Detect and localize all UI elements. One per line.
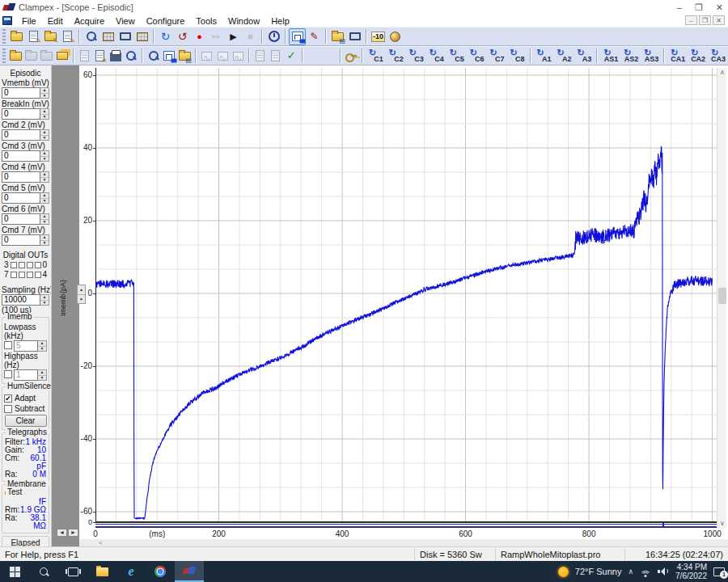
field-input[interactable]: 0 <box>2 150 40 162</box>
save-protocol-icon[interactable]: ✎ <box>42 28 59 45</box>
field-input[interactable]: 0 <box>2 108 40 120</box>
field-spinner[interactable]: ▲▼ <box>40 192 49 204</box>
menu-file[interactable]: File <box>16 15 42 27</box>
zoom-in-icon[interactable] <box>146 48 161 65</box>
channel-button-a2[interactable]: ↻A2 <box>554 48 573 64</box>
open-protocol-icon[interactable] <box>8 28 25 45</box>
channel-button-c3[interactable]: ↻C3 <box>407 48 425 64</box>
lab-book-icon[interactable] <box>116 28 133 45</box>
digital-out-checkbox[interactable] <box>35 262 41 268</box>
recent-files-icon[interactable] <box>55 48 70 65</box>
open-data-file-icon[interactable] <box>8 48 23 65</box>
membrane-test-icon[interactable] <box>289 28 306 45</box>
field-input[interactable]: 0 <box>2 192 40 204</box>
field-spinner[interactable]: ▲▼ <box>40 108 49 120</box>
toolbar-grip[interactable] <box>2 48 6 63</box>
digital-out-checkbox[interactable] <box>19 262 25 268</box>
highpass-input[interactable]: 1 <box>14 369 38 381</box>
repeat-acquisition-icon[interactable]: ↻ <box>157 28 174 45</box>
export-image-icon[interactable]: ★ <box>92 48 108 65</box>
field-spinner[interactable]: ▲▼ <box>40 129 49 141</box>
field-input[interactable]: 0 <box>2 234 40 246</box>
sampling-input[interactable]: 10000 <box>2 294 40 306</box>
overlay-sweeps-icon[interactable]: ∿ <box>199 48 214 65</box>
scroll-left-arrow-icon[interactable]: < <box>99 539 103 546</box>
child-minimize-button[interactable]: – <box>685 15 697 25</box>
sweep-plot[interactable] <box>95 68 717 522</box>
field-spinner[interactable]: ▲▼ <box>40 171 49 183</box>
start-button[interactable] <box>0 561 29 582</box>
channel-button-as3[interactable]: ↻AS3 <box>641 48 660 64</box>
digital-out-checkbox[interactable] <box>11 272 17 278</box>
record-icon[interactable]: ● <box>191 28 208 45</box>
taskbar-search-button[interactable] <box>29 561 58 582</box>
restore-button[interactable]: ❐ <box>695 2 703 13</box>
field-spinner[interactable]: ▲▼ <box>40 213 49 225</box>
vertical-scrollbar[interactable]: ∧ ∨ <box>717 68 726 529</box>
digital-out-checkbox[interactable] <box>27 262 33 268</box>
weather-text[interactable]: 72°F Sunny <box>575 567 622 576</box>
highpass-checkbox[interactable] <box>4 370 12 378</box>
cell-parameters-icon[interactable] <box>387 28 404 45</box>
lowpass-spinner[interactable]: ▲▼ <box>38 340 47 352</box>
protocol-comment-icon[interactable]: ✎ <box>59 28 76 45</box>
child-restore-button[interactable]: ❐ <box>699 15 711 25</box>
channel-button-ca1[interactable]: ↻CA1 <box>668 48 687 64</box>
channel-button-as2[interactable]: ↻AS2 <box>621 48 640 64</box>
sequencing-keys-icon[interactable] <box>133 28 150 45</box>
close-button[interactable]: ✕ <box>716 2 723 13</box>
channel-button-a3[interactable]: ↻A3 <box>574 48 593 64</box>
audio-monitor-icon[interactable] <box>346 28 363 45</box>
channel-button-c8[interactable]: ↻C8 <box>508 48 527 64</box>
highpass-spinner[interactable]: ▲▼ <box>38 369 47 381</box>
tile-horizontal-icon[interactable] <box>306 48 321 65</box>
action-center-icon[interactable]: 1 <box>713 567 725 576</box>
minimize-button[interactable]: – <box>677 2 682 12</box>
chrome-button[interactable] <box>146 561 175 582</box>
field-input[interactable]: 0 <box>2 213 40 225</box>
mdi-document-icon[interactable] <box>2 16 12 25</box>
next-channel-button[interactable]: ► <box>68 529 78 537</box>
scrollbar-thumb[interactable] <box>718 288 726 304</box>
telegraph-key-icon[interactable] <box>344 48 359 65</box>
weather-sun-icon[interactable] <box>558 567 569 577</box>
clear-button[interactable]: Clear <box>5 415 47 427</box>
lowpass-checkbox[interactable] <box>4 341 12 349</box>
menu-help[interactable]: Help <box>265 15 295 27</box>
taskbar-clock[interactable]: 4:34 PM 7/6/2022 <box>675 563 707 580</box>
channel-button-ca2[interactable]: ↻CA2 <box>688 48 707 64</box>
scroll-up-icon[interactable]: ∧ <box>717 68 727 78</box>
field-spinner[interactable]: ▲▼ <box>40 87 49 99</box>
menu-edit[interactable]: Edit <box>42 15 69 27</box>
lowpass-input[interactable]: 5 <box>14 340 38 352</box>
speaker-icon[interactable] <box>658 567 669 576</box>
menu-window[interactable]: Window <box>222 15 265 27</box>
digital-out-checkbox[interactable] <box>27 272 33 278</box>
lab-bench-icon[interactable]: ▤ <box>329 28 346 45</box>
transfer-a-icon[interactable] <box>252 48 268 65</box>
digital-out-checkbox[interactable] <box>19 272 25 278</box>
subtract-checkbox[interactable] <box>4 405 12 413</box>
task-view-button[interactable] <box>58 561 87 582</box>
play-icon[interactable]: ▶ <box>225 28 242 45</box>
menu-configure[interactable]: Configure <box>141 15 191 27</box>
field-input[interactable]: 0 <box>2 171 40 183</box>
edit-protocol-icon[interactable]: ✎ <box>25 28 42 45</box>
field-spinner[interactable]: ▲▼ <box>40 150 49 162</box>
channel-button-ca3[interactable]: ↻CA3 <box>709 48 727 64</box>
channel-button-c2[interactable]: ↻C2 <box>387 48 405 64</box>
tray-chevron-up-icon[interactable]: ∧ <box>628 567 633 576</box>
real-time-controls-icon[interactable] <box>99 28 116 45</box>
clampex-taskbar-button[interactable] <box>175 561 204 582</box>
tile-vertical-icon[interactable] <box>321 48 336 65</box>
digital-out-checkbox[interactable] <box>35 272 41 278</box>
transfer-b-icon[interactable] <box>268 48 283 65</box>
channel-button-c6[interactable]: ↻C6 <box>468 48 486 64</box>
sampling-spinner[interactable]: ▲▼ <box>40 294 49 306</box>
prev-channel-button[interactable]: ◄ <box>57 529 67 537</box>
accept-icon[interactable]: ✓ <box>284 48 299 65</box>
field-input[interactable]: 0 <box>2 87 40 99</box>
scroll-down-icon[interactable]: ∨ <box>717 519 727 529</box>
internet-explorer-button[interactable]: e <box>116 561 146 582</box>
field-spinner[interactable]: ▲▼ <box>40 234 49 246</box>
